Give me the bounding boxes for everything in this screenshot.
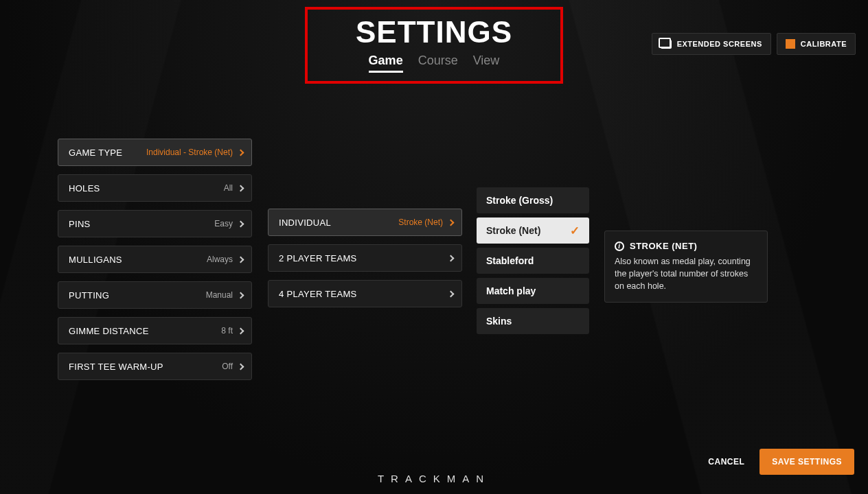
page-title: SETTINGS — [356, 15, 512, 49]
chevron-right-icon — [238, 292, 244, 298]
row-label: 2 PLAYER TEAMS — [279, 253, 357, 263]
chevron-right-icon — [448, 219, 455, 226]
chevron-right-icon — [238, 185, 244, 191]
row-value: Off — [222, 362, 233, 371]
info-title: STROKE (NET) — [630, 241, 697, 251]
row-label: GAME TYPE — [69, 148, 122, 158]
row-label: PUTTING — [69, 290, 109, 301]
calibrate-icon — [786, 39, 795, 49]
row-value: 8 ft — [221, 326, 233, 336]
row-individual[interactable]: INDIVIDUAL Stroke (Net) — [268, 209, 462, 236]
chevron-right-icon — [238, 327, 244, 334]
info-icon: i — [615, 242, 624, 251]
row-game-type[interactable]: GAME TYPE Individual - Stroke (Net) — [58, 139, 252, 166]
opt-stroke-gross[interactable]: Stroke (Gross) — [477, 187, 589, 213]
brand-logo: TRACKMAN — [378, 473, 490, 484]
tab-course[interactable]: Course — [418, 54, 458, 73]
row-label: INDIVIDUAL — [279, 217, 331, 228]
save-settings-button[interactable]: SAVE SETTINGS — [760, 449, 854, 475]
chevron-right-icon — [448, 255, 455, 261]
row-value: Always — [207, 255, 233, 264]
row-label: PINS — [69, 219, 91, 229]
row-2-player-teams[interactable]: 2 PLAYER TEAMS — [268, 244, 462, 272]
row-gimme-distance[interactable]: GIMME DISTANCE 8 ft — [58, 317, 252, 344]
calibrate-button[interactable]: CALIBRATE — [777, 33, 856, 55]
opt-label: Match play — [486, 285, 536, 296]
extended-screens-button[interactable]: EXTENDED SCREENS — [652, 33, 771, 55]
screens-icon — [661, 40, 672, 49]
row-value: Manual — [206, 290, 233, 300]
row-label: HOLES — [69, 183, 100, 193]
row-label: FIRST TEE WARM-UP — [69, 362, 163, 372]
extended-screens-label: EXTENDED SCREENS — [677, 40, 762, 48]
row-label: 4 PLAYER TEAMS — [279, 289, 357, 299]
row-value: Easy — [214, 219, 233, 228]
settings-header: SETTINGS Game Course View — [305, 7, 563, 84]
opt-label: Stroke (Gross) — [486, 195, 553, 206]
opt-match-play[interactable]: Match play — [477, 278, 589, 304]
row-value: Stroke (Net) — [398, 217, 443, 227]
opt-label: Stroke (Net) — [486, 225, 540, 236]
check-icon: ✓ — [570, 224, 580, 238]
tab-game[interactable]: Game — [369, 54, 403, 73]
chevron-right-icon — [238, 363, 244, 370]
info-panel: i STROKE (NET) Also known as medal play,… — [604, 231, 768, 303]
opt-label: Skins — [486, 316, 512, 327]
row-label: GIMME DISTANCE — [69, 326, 149, 336]
cancel-button[interactable]: CANCEL — [708, 457, 744, 467]
opt-stableford[interactable]: Stableford — [477, 248, 589, 274]
chevron-right-icon — [238, 256, 244, 263]
row-mulligans[interactable]: MULLIGANS Always — [58, 246, 252, 273]
tab-view[interactable]: View — [473, 54, 500, 73]
row-holes[interactable]: HOLES All — [58, 174, 252, 202]
row-warmup[interactable]: FIRST TEE WARM-UP Off — [58, 353, 252, 380]
row-putting[interactable]: PUTTING Manual — [58, 281, 252, 309]
row-value: All — [224, 183, 233, 193]
opt-label: Stableford — [486, 255, 534, 266]
row-4-player-teams[interactable]: 4 PLAYER TEAMS — [268, 280, 462, 307]
opt-skins[interactable]: Skins — [477, 308, 589, 334]
chevron-right-icon — [238, 149, 244, 156]
row-label: MULLIGANS — [69, 255, 122, 265]
calibrate-label: CALIBRATE — [801, 40, 847, 48]
row-pins[interactable]: PINS Easy — [58, 210, 252, 237]
chevron-right-icon — [448, 290, 455, 297]
row-value: Individual - Stroke (Net) — [146, 148, 233, 157]
opt-stroke-net[interactable]: Stroke (Net)✓ — [477, 217, 589, 244]
info-body: Also known as medal play, counting the p… — [615, 255, 757, 292]
chevron-right-icon — [238, 220, 244, 227]
